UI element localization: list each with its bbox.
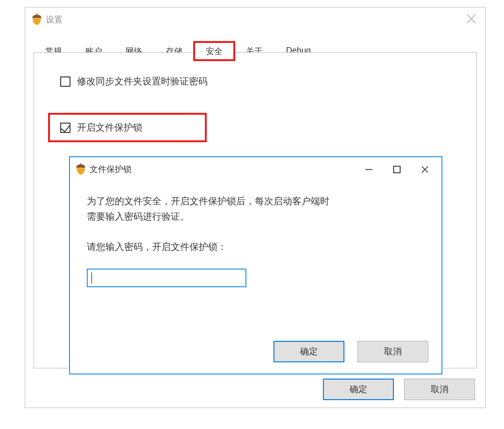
close-icon[interactable]: [411, 160, 439, 179]
svg-rect-0: [393, 166, 400, 173]
dialog-body: 为了您的文件安全，开启文件保护锁后，每次启动客户端时 需要输入密码进行验证。 请…: [70, 181, 441, 287]
dialog-text-line1: 为了您的文件安全，开启文件保护锁后，每次启动客户端时: [87, 194, 425, 209]
option-verify-sync[interactable]: 修改同步文件夹设置时验证密码: [60, 75, 450, 88]
checkbox-checked-icon[interactable]: [60, 123, 70, 133]
maximize-icon[interactable]: [383, 160, 411, 179]
checkbox-unchecked-icon[interactable]: [60, 76, 70, 87]
settings-cancel-button[interactable]: 取消: [404, 379, 475, 400]
file-lock-dialog: 文件保护锁 为了您的文件安全，开启文件保护锁后，每次启动客户端时 需要输入密码进…: [69, 156, 442, 374]
dialog-ok-button[interactable]: 确定: [273, 341, 344, 362]
dialog-prompt: 请您输入密码，开启文件保护锁：: [87, 239, 425, 255]
dialog-footer: 确定 取消: [273, 341, 428, 362]
dialog-title: 文件保护锁: [90, 164, 132, 175]
window-controls: [355, 160, 439, 179]
dialog-text-line2: 需要输入密码进行验证。: [87, 209, 425, 224]
close-icon[interactable]: [465, 12, 478, 25]
tab-security[interactable]: 安全: [194, 42, 234, 60]
option-verify-sync-label: 修改同步文件夹设置时验证密码: [77, 75, 208, 88]
option-enable-file-lock[interactable]: 开启文件保护锁: [48, 113, 207, 142]
dialog-titlebar: 文件保护锁: [70, 157, 441, 181]
settings-titlebar: 设置: [25, 7, 485, 32]
caret-icon: [91, 272, 92, 284]
acorn-icon: [31, 14, 43, 26]
settings-ok-button[interactable]: 确定: [323, 379, 394, 400]
minimize-icon[interactable]: [355, 160, 383, 179]
acorn-icon: [75, 163, 87, 175]
settings-footer: 确定 取消: [323, 379, 475, 400]
password-input[interactable]: [87, 269, 246, 287]
dialog-cancel-button[interactable]: 取消: [357, 341, 428, 362]
settings-title: 设置: [46, 14, 63, 25]
option-enable-file-lock-label: 开启文件保护锁: [77, 121, 142, 134]
